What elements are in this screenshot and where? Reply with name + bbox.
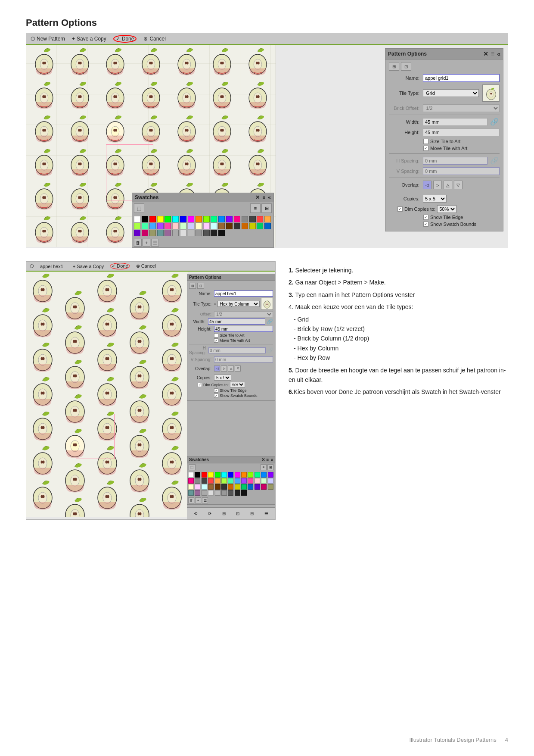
swatch-color-item[interactable] bbox=[188, 223, 194, 229]
bottom-swatch-item[interactable] bbox=[202, 484, 207, 490]
mini-overlap-2[interactable]: ▷ bbox=[221, 366, 227, 372]
swatch-color-item[interactable] bbox=[203, 230, 210, 236]
tile-icon-btn[interactable]: ⊡ bbox=[401, 62, 411, 71]
mini-swatch-delete[interactable]: 🗑 bbox=[188, 497, 194, 503]
bottom-swatch-item[interactable] bbox=[188, 484, 194, 490]
bottom-swatch-item[interactable] bbox=[268, 484, 273, 490]
bottom-swatch-item[interactable] bbox=[255, 472, 260, 478]
bottom-swatch-item[interactable] bbox=[215, 478, 220, 484]
mini-dim-cb[interactable]: ✓ bbox=[198, 383, 202, 387]
swatches-list-view[interactable]: ≡ bbox=[250, 203, 261, 213]
bottom-swatch-item[interactable] bbox=[241, 478, 247, 484]
swatch-options-btn[interactable]: ☰ bbox=[151, 239, 159, 247]
size-tile-checkbox[interactable] bbox=[423, 139, 428, 144]
width-input[interactable] bbox=[423, 118, 487, 126]
mini-swatches-menu[interactable]: ≡ bbox=[267, 457, 269, 462]
swatches-close-icon[interactable]: ✕ bbox=[255, 194, 260, 200]
swatches-menu-icon[interactable]: ≡ bbox=[262, 194, 265, 200]
bottom-swatch-item[interactable] bbox=[228, 484, 233, 490]
overlap-down-btn[interactable]: ▽ bbox=[454, 181, 463, 189]
mini-icon-2[interactable]: ⊡ bbox=[197, 283, 204, 289]
swatch-add-btn[interactable]: + bbox=[143, 239, 150, 247]
swatch-color-item[interactable] bbox=[165, 223, 171, 229]
bottom-swatch-item[interactable] bbox=[261, 472, 267, 478]
footer-icon-2[interactable]: ⟳ bbox=[208, 511, 211, 516]
swatch-color-item[interactable] bbox=[249, 216, 256, 222]
bottom-swatch-item[interactable] bbox=[221, 490, 227, 496]
swatch-color-item[interactable] bbox=[203, 223, 210, 229]
swatch-color-item[interactable] bbox=[257, 216, 263, 222]
bottom-swatch-item[interactable] bbox=[195, 484, 200, 490]
mini-dim-select[interactable]: 50% bbox=[230, 382, 245, 387]
swatch-delete-btn[interactable]: 🗑 bbox=[134, 239, 142, 247]
swatch-color-item[interactable] bbox=[157, 216, 164, 222]
mini-width-input[interactable] bbox=[208, 319, 265, 325]
swatch-color-item[interactable] bbox=[196, 216, 202, 222]
swatch-color-item[interactable] bbox=[196, 230, 202, 236]
swatch-color-item[interactable] bbox=[188, 230, 194, 236]
swatch-color-item[interactable] bbox=[257, 223, 263, 229]
footer-icon-3[interactable]: ⊞ bbox=[222, 511, 226, 516]
bottom-save-copy[interactable]: + Save a Copy bbox=[73, 264, 104, 269]
swatch-color-item[interactable] bbox=[234, 216, 240, 222]
footer-icon-5[interactable]: ⊟ bbox=[250, 511, 254, 516]
bottom-swatch-item[interactable] bbox=[202, 478, 207, 484]
swatch-color-item[interactable] bbox=[180, 216, 186, 222]
swatch-color-item[interactable] bbox=[211, 216, 217, 222]
bottom-swatch-item[interactable] bbox=[188, 490, 194, 496]
swatch-new-btn[interactable]: ⬚ bbox=[134, 203, 144, 213]
swatch-color-item[interactable] bbox=[149, 216, 156, 222]
swatch-color-item[interactable] bbox=[218, 216, 225, 222]
swatch-color-item[interactable] bbox=[264, 223, 271, 229]
mini-lock-icon-2[interactable]: 🔗 bbox=[267, 347, 273, 353]
bottom-swatch-item[interactable] bbox=[248, 478, 253, 484]
save-copy-btn[interactable]: + Save a Copy bbox=[72, 36, 106, 42]
swatch-color-item[interactable] bbox=[142, 223, 148, 229]
dim-copies-select[interactable]: 50% 25% 75% bbox=[437, 205, 456, 213]
bottom-swatch-item[interactable] bbox=[215, 472, 220, 478]
name-input[interactable] bbox=[423, 74, 500, 82]
mini-overlap-3[interactable]: △ bbox=[228, 366, 234, 372]
bottom-swatch-item[interactable] bbox=[261, 484, 267, 490]
mini-name-input[interactable] bbox=[214, 291, 273, 297]
show-tile-checkbox[interactable] bbox=[423, 215, 428, 220]
swatch-color-item[interactable] bbox=[172, 216, 179, 222]
bottom-swatch-item[interactable] bbox=[195, 490, 200, 496]
mini-icon-1[interactable]: ⊞ bbox=[189, 283, 196, 289]
overlap-right-btn[interactable]: ▷ bbox=[433, 181, 442, 189]
cancel-btn[interactable]: ⊗ Cancel bbox=[143, 36, 165, 42]
swatch-color-item[interactable] bbox=[134, 230, 140, 236]
bottom-swatch-item[interactable] bbox=[195, 478, 200, 484]
bottom-swatch-item[interactable] bbox=[195, 472, 200, 478]
brick-offset-select[interactable]: 1/2 1/3 1/4 bbox=[423, 104, 500, 112]
mini-grid-view[interactable]: ⊞ bbox=[267, 464, 273, 470]
bottom-swatch-item[interactable] bbox=[235, 478, 240, 484]
mini-copies-select[interactable]: 5 x 5 bbox=[214, 375, 231, 381]
bottom-swatch-item[interactable] bbox=[248, 472, 253, 478]
overlap-up-btn[interactable]: △ bbox=[444, 181, 452, 189]
mini-overlap-4[interactable]: ▽ bbox=[235, 366, 241, 372]
bottom-swatch-item[interactable] bbox=[208, 478, 214, 484]
tile-type-select[interactable]: Grid Brick by Row Brick by Column Hex by… bbox=[423, 89, 479, 97]
mini-move-tile-cb[interactable]: ✓ bbox=[214, 338, 218, 343]
swatch-color-item[interactable] bbox=[218, 223, 225, 229]
bottom-swatch-item[interactable] bbox=[241, 484, 247, 490]
swatch-color-item[interactable] bbox=[211, 230, 217, 236]
swatch-color-item[interactable] bbox=[180, 230, 186, 236]
done-btn[interactable]: ✓ Done bbox=[113, 35, 137, 43]
swatch-color-item[interactable] bbox=[172, 223, 179, 229]
swatch-color-item[interactable] bbox=[172, 230, 179, 236]
swatch-color-item[interactable] bbox=[226, 223, 233, 229]
mini-v-spacing-input[interactable] bbox=[214, 356, 273, 362]
footer-icon-6[interactable]: ☰ bbox=[264, 511, 268, 516]
mini-swatch-btn-1[interactable]: ⬚ bbox=[189, 464, 196, 470]
dim-copies-checkbox[interactable] bbox=[397, 206, 403, 212]
footer-icon-1[interactable]: ⟲ bbox=[194, 511, 197, 516]
bottom-swatch-item[interactable] bbox=[248, 484, 253, 490]
swatches-collapse-icon[interactable]: « bbox=[268, 194, 271, 200]
mini-height-input[interactable] bbox=[214, 326, 273, 332]
swatch-color-item[interactable] bbox=[149, 223, 156, 229]
swatch-color-item[interactable] bbox=[249, 223, 256, 229]
bottom-cancel-btn[interactable]: ⊗ Cancel bbox=[136, 263, 156, 269]
mini-show-swatch-cb[interactable]: ✓ bbox=[214, 394, 218, 398]
